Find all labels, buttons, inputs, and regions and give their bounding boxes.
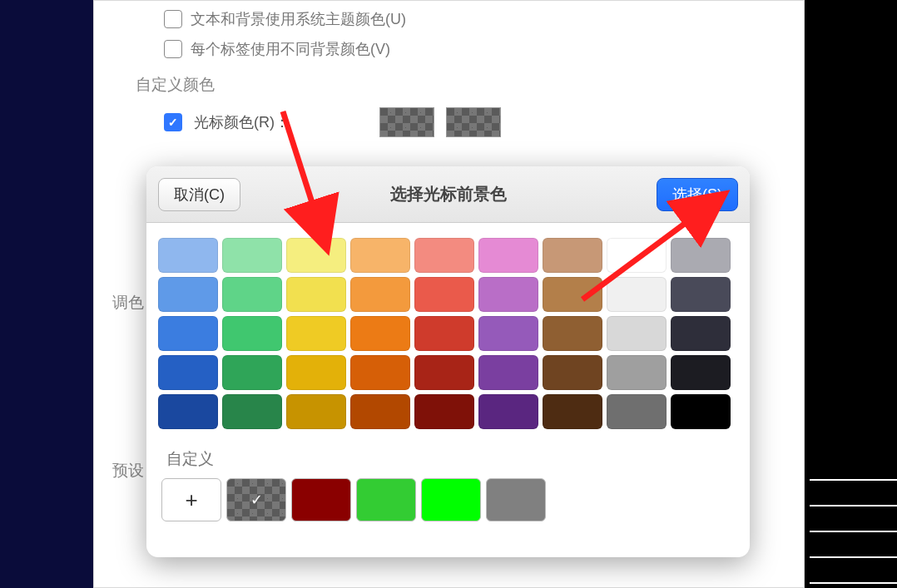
palette-color[interactable] — [671, 355, 731, 390]
custom-section-label: 自定义 — [166, 448, 735, 470]
palette-color[interactable] — [158, 316, 218, 351]
option-label: 每个标签使用不同背景颜色(V) — [191, 39, 390, 59]
palette-color[interactable] — [350, 394, 410, 429]
custom-color-swatch[interactable] — [421, 478, 481, 521]
palette-color[interactable] — [414, 355, 474, 390]
palette-color[interactable] — [478, 355, 538, 390]
palette-color[interactable] — [222, 277, 282, 312]
palette-color[interactable] — [543, 316, 602, 351]
palette-color[interactable] — [414, 316, 474, 351]
palette-color[interactable] — [158, 394, 218, 429]
palette-color[interactable] — [286, 316, 346, 351]
palette-color[interactable] — [350, 355, 410, 390]
palette-color[interactable] — [414, 277, 474, 312]
plus-icon: + — [185, 487, 197, 513]
palette-color[interactable] — [671, 394, 731, 429]
palette-color[interactable] — [158, 238, 218, 273]
checkbox-checked-icon[interactable]: ✓ — [164, 113, 182, 131]
palette-color[interactable] — [222, 355, 282, 390]
palette-color[interactable] — [286, 394, 346, 429]
palette-color[interactable] — [222, 316, 282, 351]
palette-color[interactable] — [478, 316, 538, 351]
palette-color[interactable] — [543, 238, 602, 273]
dialog-title: 选择光标前景色 — [146, 183, 750, 205]
palette-color[interactable] — [158, 355, 218, 390]
palette-color[interactable] — [671, 277, 731, 312]
custom-color-swatch[interactable] — [356, 478, 416, 521]
palette-color[interactable] — [350, 238, 410, 273]
palette-color[interactable] — [607, 394, 667, 429]
palette-color[interactable] — [414, 238, 474, 273]
palette-color[interactable] — [286, 277, 346, 312]
dialog-header: 取消(C) 选择光标前景色 选择(S) — [146, 166, 750, 223]
palette-color[interactable] — [607, 355, 667, 390]
palette-color[interactable] — [607, 277, 667, 312]
option-system-theme[interactable]: 文本和背景使用系统主题颜色(U) — [164, 9, 781, 29]
palette-color[interactable] — [671, 316, 731, 351]
cursor-color-label: 光标颜色(R)： — [194, 112, 290, 132]
color-palette — [146, 223, 750, 438]
palette-color[interactable] — [222, 394, 282, 429]
custom-color-swatch[interactable] — [291, 478, 351, 521]
palette-color[interactable] — [478, 277, 538, 312]
option-label: 文本和背景使用系统主题颜色(U) — [191, 9, 406, 29]
section-custom-color: 自定义颜色 — [136, 74, 781, 96]
side-label-preset: 预设 — [112, 460, 144, 482]
palette-color[interactable] — [671, 238, 731, 273]
palette-color[interactable] — [414, 394, 474, 429]
palette-color[interactable] — [478, 394, 538, 429]
palette-color[interactable] — [350, 316, 410, 351]
palette-color[interactable] — [286, 238, 346, 273]
custom-color-swatch[interactable] — [486, 478, 546, 521]
palette-color[interactable] — [543, 355, 602, 390]
option-different-bg[interactable]: 每个标签使用不同背景颜色(V) — [164, 39, 781, 59]
palette-color[interactable] — [286, 355, 346, 390]
side-label-palette: 调色 — [112, 292, 144, 314]
checkbox-unchecked-icon[interactable] — [164, 10, 182, 28]
palette-color[interactable] — [607, 316, 667, 351]
palette-color[interactable] — [543, 394, 602, 429]
palette-color[interactable] — [478, 238, 538, 273]
custom-color-transparent[interactable]: ✓ — [226, 478, 286, 521]
terminal-preview — [805, 0, 897, 588]
checkbox-unchecked-icon[interactable] — [164, 40, 182, 58]
palette-color[interactable] — [350, 277, 410, 312]
color-picker-dialog: 取消(C) 选择光标前景色 选择(S) 自定义 + ✓ — [146, 166, 750, 557]
palette-color[interactable] — [607, 238, 667, 273]
palette-color[interactable] — [543, 277, 602, 312]
cursor-fg-swatch[interactable] — [379, 107, 434, 137]
palette-color[interactable] — [158, 277, 218, 312]
cursor-bg-swatch[interactable] — [446, 107, 501, 137]
palette-color[interactable] — [222, 238, 282, 273]
add-custom-color-button[interactable]: + — [161, 478, 221, 521]
